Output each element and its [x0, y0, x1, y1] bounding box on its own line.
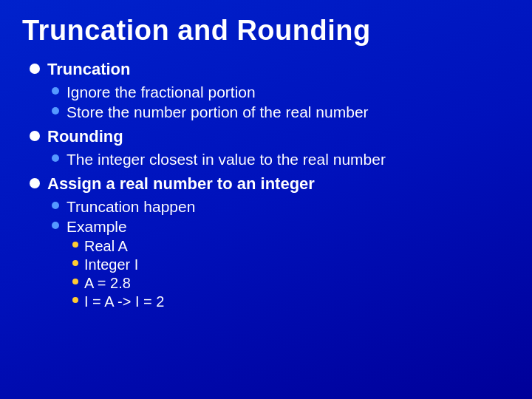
section-label-assign: Assign a real number to an integer: [47, 174, 315, 194]
assign-sub-1-text: Truncation happen: [66, 198, 195, 216]
example-real-a-text: Real A: [84, 238, 128, 255]
truncation-sub-2-text: Store the number portion of the real num…: [66, 103, 369, 121]
example-sub-list: Real A Integer I A = 2.8 I = A -> I = 2: [52, 238, 510, 310]
example-a-eq-text: A = 2.8: [84, 275, 131, 292]
truncation-sub-1-text: Ignore the fractional portion: [66, 83, 256, 101]
bullet-l3-real-a-marker: [72, 242, 78, 248]
example-sub-a-eq: A = 2.8: [72, 275, 510, 292]
bullet-l2-marker: [52, 87, 59, 95]
bullet-l3-i-eq-marker: [72, 297, 78, 303]
rounding-sub-list: The integer closest in value to the real…: [30, 151, 510, 168]
assign-sub-list: Truncation happen Example Real A Integer…: [30, 198, 510, 310]
bullet-l1-rounding: Rounding: [30, 127, 510, 146]
truncation-sub-list: Ignore the fractional portion Store the …: [30, 83, 510, 121]
truncation-sub-2: Store the number portion of the real num…: [52, 103, 510, 121]
example-sub-integer-i: Integer I: [72, 256, 510, 273]
content-area: Truncation Ignore the fractional portion…: [22, 60, 510, 310]
rounding-sub-1-marker: [52, 154, 59, 162]
bullet-l2-marker-2: [52, 107, 59, 115]
slide: Truncation and Rounding Truncation Ignor…: [0, 0, 532, 399]
bullet-l1-rounding-marker: [30, 131, 40, 141]
assign-sub-2: Example: [52, 218, 510, 236]
assign-sub-1: Truncation happen: [52, 198, 510, 216]
bullet-l1-assign-marker: [30, 178, 40, 188]
section-rounding: Rounding The integer closest in value to…: [30, 127, 510, 168]
example-sub-i-eq: I = A -> I = 2: [72, 293, 510, 310]
example-i-eq-text: I = A -> I = 2: [84, 293, 164, 310]
bullet-l3-integer-i-marker: [72, 260, 78, 266]
section-assign: Assign a real number to an integer Trunc…: [30, 174, 510, 310]
assign-sub-1-marker: [52, 202, 59, 209]
section-label-truncation: Truncation: [47, 60, 130, 79]
bullet-l1-assign: Assign a real number to an integer: [30, 174, 510, 194]
assign-sub-2-marker: [52, 222, 59, 229]
assign-sub-2-text: Example: [66, 218, 127, 236]
example-integer-i-text: Integer I: [84, 256, 138, 273]
example-sub-real-a: Real A: [72, 238, 510, 255]
bullet-l1-marker: [30, 64, 40, 74]
rounding-sub-1-text: The integer closest in value to the real…: [66, 151, 386, 168]
section-truncation: Truncation Ignore the fractional portion…: [30, 60, 510, 121]
section-label-rounding: Rounding: [47, 127, 123, 146]
rounding-sub-1: The integer closest in value to the real…: [52, 151, 510, 168]
bullet-l1-truncation: Truncation: [30, 60, 510, 79]
slide-title: Truncation and Rounding: [22, 15, 510, 47]
truncation-sub-1: Ignore the fractional portion: [52, 83, 510, 101]
bullet-l3-a-eq-marker: [72, 279, 78, 284]
